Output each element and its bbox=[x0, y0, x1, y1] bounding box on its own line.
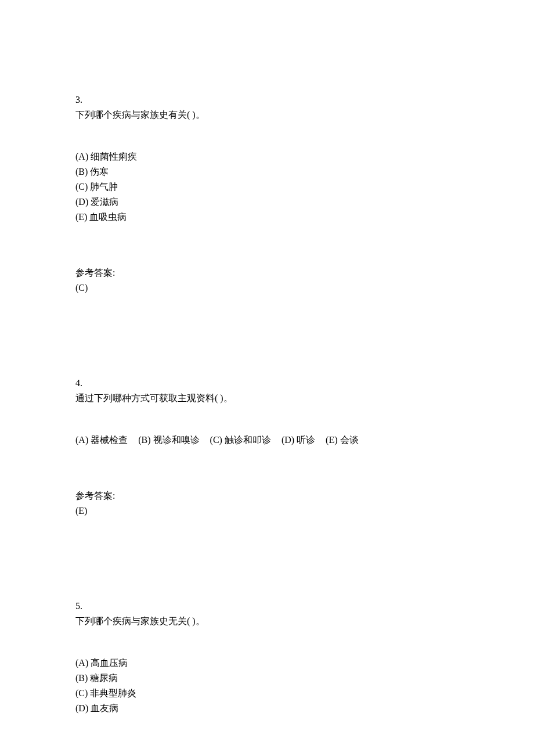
question-number: 5. bbox=[75, 599, 459, 613]
option-item: (A) 细菌性痢疾 bbox=[75, 150, 459, 164]
option-item: (C) 肺气肿 bbox=[75, 180, 459, 194]
option-text: 血吸虫病 bbox=[89, 212, 127, 222]
option-label: (D) bbox=[75, 197, 88, 207]
question-block: 5.下列哪个疾病与家族史无关( )。(A) 高血压病(B) 糖尿病(C) 非典型… bbox=[75, 599, 459, 715]
option-label: (B) bbox=[138, 435, 150, 445]
option-item: (D) 听诊 bbox=[282, 433, 315, 447]
question-number: 3. bbox=[75, 93, 459, 107]
answer-label: 参考答案: bbox=[75, 489, 459, 503]
option-label: (A) bbox=[75, 435, 88, 445]
option-item: (B) 糖尿病 bbox=[75, 671, 459, 685]
option-item: (A) 高血压病 bbox=[75, 656, 459, 670]
option-label: (C) bbox=[75, 688, 88, 698]
option-text: 伤寒 bbox=[90, 167, 109, 177]
answer-value: (E) bbox=[75, 504, 459, 518]
option-item: (D) 血友病 bbox=[75, 701, 459, 715]
option-text: 听诊 bbox=[297, 435, 315, 445]
option-item: (B) 伤寒 bbox=[75, 165, 459, 179]
option-item: (A) 器械检查 bbox=[75, 433, 128, 447]
option-label: (B) bbox=[75, 167, 88, 177]
option-label: (E) bbox=[75, 212, 87, 222]
option-label: (B) bbox=[75, 673, 88, 683]
option-label: (C) bbox=[75, 182, 88, 192]
document-content: 3.下列哪个疾病与家族史有关( )。(A) 细菌性痢疾(B) 伤寒(C) 肺气肿… bbox=[75, 93, 459, 715]
question-text: 通过下列哪种方式可获取主观资料( )。 bbox=[75, 391, 459, 405]
option-item: (C) 非典型肺炎 bbox=[75, 686, 459, 700]
option-label: (D) bbox=[75, 703, 88, 713]
option-label: (D) bbox=[282, 435, 294, 445]
option-label: (A) bbox=[75, 152, 88, 161]
option-label: (C) bbox=[210, 435, 222, 445]
options-list: (A) 高血压病(B) 糖尿病(C) 非典型肺炎(D) 血友病 bbox=[75, 656, 459, 715]
option-item: (E) 血吸虫病 bbox=[75, 210, 459, 224]
question-block: 3.下列哪个疾病与家族史有关( )。(A) 细菌性痢疾(B) 伤寒(C) 肺气肿… bbox=[75, 93, 459, 295]
question-number: 4. bbox=[75, 376, 459, 390]
option-label: (E) bbox=[326, 435, 337, 445]
option-item: (D) 爱滋病 bbox=[75, 195, 459, 209]
option-text: 爱滋病 bbox=[91, 197, 118, 207]
option-item: (B) 视诊和嗅诊 bbox=[138, 433, 199, 447]
answer-label: 参考答案: bbox=[75, 266, 459, 280]
option-text: 糖尿病 bbox=[90, 673, 118, 683]
option-text: 非典型肺炎 bbox=[90, 688, 136, 698]
option-text: 高血压病 bbox=[91, 658, 128, 668]
option-text: 触诊和叩诊 bbox=[225, 435, 271, 445]
option-item: (C) 触诊和叩诊 bbox=[210, 433, 271, 447]
option-text: 会谈 bbox=[340, 435, 359, 445]
question-text: 下列哪个疾病与家族史有关( )。 bbox=[75, 108, 459, 122]
answer-value: (C) bbox=[75, 281, 459, 295]
question-block: 4.通过下列哪种方式可获取主观资料( )。(A) 器械检查(B) 视诊和嗅诊(C… bbox=[75, 376, 459, 518]
option-text: 血友病 bbox=[91, 703, 118, 713]
option-label: (A) bbox=[75, 658, 88, 668]
option-text: 细菌性痢疾 bbox=[91, 152, 137, 161]
option-text: 器械检查 bbox=[91, 435, 128, 445]
options-list: (A) 器械检查(B) 视诊和嗅诊(C) 触诊和叩诊(D) 听诊(E) 会谈 bbox=[75, 433, 459, 447]
option-item: (E) 会谈 bbox=[326, 433, 358, 447]
option-text: 视诊和嗅诊 bbox=[153, 435, 200, 445]
options-list: (A) 细菌性痢疾(B) 伤寒(C) 肺气肿(D) 爱滋病(E) 血吸虫病 bbox=[75, 150, 459, 224]
option-text: 肺气肿 bbox=[90, 182, 118, 192]
question-text: 下列哪个疾病与家族史无关( )。 bbox=[75, 614, 459, 628]
